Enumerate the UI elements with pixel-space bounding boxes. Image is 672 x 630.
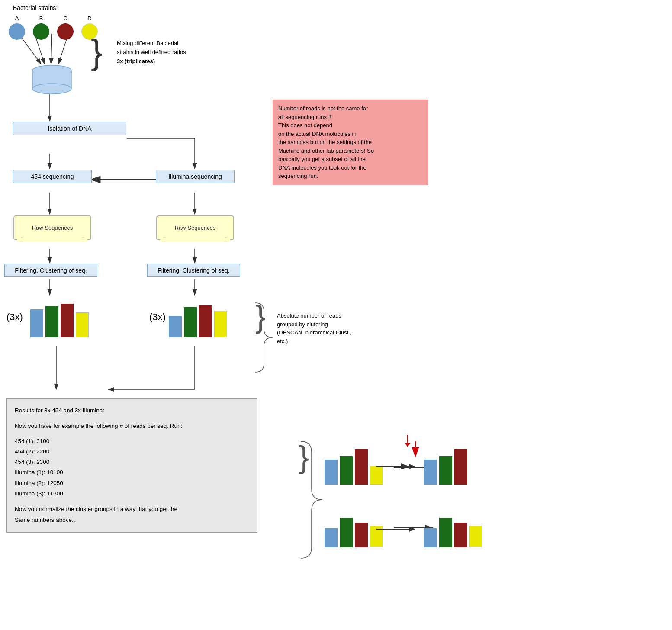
svg-point-27 (32, 84, 71, 94)
results-title: Results for 3x 454 and 3x Illumina: (15, 405, 249, 416)
svg-marker-44 (409, 527, 415, 532)
triplex-left: (3x) (6, 312, 23, 323)
bar-left-darkred (61, 304, 74, 338)
normalize-brace: } (299, 441, 309, 472)
bar-right-blue (169, 316, 182, 338)
strain-A-label: A (15, 15, 19, 22)
strain-B: B (33, 15, 49, 40)
bacterial-strains-label: Bacterial strains: (13, 4, 58, 11)
svg-rect-37 (160, 238, 230, 242)
bar-right-darkred (199, 305, 212, 338)
svg-text:Raw Sequences: Raw Sequences (32, 225, 73, 231)
strain-C-circle (57, 23, 74, 40)
normalize-arrow-2 (376, 525, 415, 535)
results-line1: Now you have for example the following #… (15, 421, 249, 431)
strain-circles: A B C D (9, 15, 98, 40)
strain-B-circle (33, 23, 49, 40)
strain-D-label: D (87, 15, 91, 22)
note-box: Number of reads is not the same for all … (273, 100, 428, 185)
mixing-description: Mixing different Bacterialstrains in wel… (117, 39, 186, 66)
nb1-blue (325, 460, 338, 485)
filtering-left: Filtering, Clustering of seq. (4, 264, 97, 277)
bar-chart-left (30, 299, 89, 338)
normalize-arrow-1 (376, 462, 415, 472)
illumina-box: Illumina sequencing (156, 170, 235, 183)
na1-darkred (454, 449, 467, 485)
svg-text:Raw Sequences: Raw Sequences (175, 225, 216, 231)
strain-B-label: B (39, 15, 43, 22)
svg-rect-31 (17, 238, 87, 242)
nb2-green (340, 518, 353, 547)
bar-left-yellow (76, 312, 89, 338)
raw-seq-left: Raw Sequences (13, 215, 92, 248)
bar-left-green (45, 306, 58, 338)
normalize-before-2 (325, 508, 383, 547)
results-normalize: Now you normalize the cluster groups in … (15, 504, 249, 525)
filtering-right: Filtering, Clustering of seq. (147, 264, 240, 277)
bar-right-green (184, 307, 197, 338)
svg-marker-42 (409, 464, 415, 469)
nb2-blue (325, 528, 338, 547)
na2-blue (424, 528, 437, 547)
mixing-brace: } (91, 35, 103, 69)
mixing-vessel (28, 64, 76, 96)
svg-marker-40 (405, 443, 411, 447)
normalize-after-2 (424, 508, 482, 547)
strain-C-label: C (63, 15, 67, 22)
triplex-right: (3x) (149, 312, 166, 323)
nb1-green (340, 456, 353, 485)
results-reads: 454 (1): 3100 454 (2): 2200 454 (3): 230… (15, 436, 249, 499)
isolation-box: Isolation of DNA (13, 122, 126, 135)
results-box: Results for 3x 454 and 3x Illumina: Now … (6, 398, 257, 533)
nb1-darkred (355, 449, 368, 485)
bar-left-blue (30, 309, 43, 338)
na2-darkred (454, 523, 467, 547)
bar-chart-right (169, 299, 227, 338)
bar-right-yellow (214, 311, 227, 338)
na1-green (439, 456, 452, 485)
nb2-darkred (355, 523, 368, 547)
na2-yellow (469, 526, 482, 547)
strain-A: A (9, 15, 25, 40)
na2-green (439, 518, 452, 547)
reads-description: Absolute number of reads grouped by clut… (277, 312, 355, 345)
seq454-box: 454 sequencing (13, 170, 92, 183)
na1-blue (424, 460, 437, 485)
normalize-before-1 (325, 446, 383, 485)
normalize-after-1 (424, 446, 467, 485)
raw-seq-right: Raw Sequences (156, 215, 235, 248)
strain-A-circle (9, 23, 25, 40)
red-arrow-container (403, 435, 412, 448)
mixing-triplicates: 3x (triplicates) (117, 58, 155, 64)
reads-brace: } (255, 301, 266, 332)
strain-C: C (57, 15, 74, 40)
